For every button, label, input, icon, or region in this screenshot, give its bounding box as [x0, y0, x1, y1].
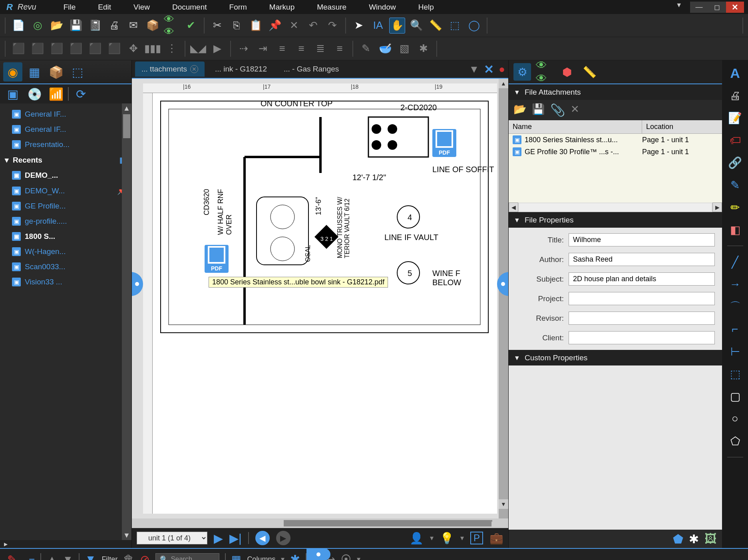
text-select-icon[interactable]: IA: [370, 18, 386, 34]
file-tree[interactable]: ▣General IF... ▣General IF... ▣Presentat…: [0, 103, 131, 540]
delete-icon[interactable]: ✕: [286, 18, 302, 34]
subtab-doc-icon[interactable]: ▣: [3, 84, 22, 103]
folder-open-icon[interactable]: 📂: [513, 103, 526, 117]
left-tab-package[interactable]: 📦: [46, 62, 66, 81]
polyline-tool-icon[interactable]: ⌐: [726, 320, 744, 338]
flag-icon[interactable]: ⬟: [673, 532, 683, 546]
compare-icon[interactable]: 👁👁: [164, 18, 180, 34]
maximize-button[interactable]: ◻: [708, 2, 726, 13]
paperclip-icon[interactable]: 📎: [550, 103, 565, 117]
next-icon[interactable]: ▶|: [229, 531, 242, 545]
ruler-icon[interactable]: 📏: [428, 18, 444, 34]
brush-icon[interactable]: ✎: [358, 41, 374, 57]
minimize-button[interactable]: —: [690, 2, 708, 13]
align-center-v-icon[interactable]: ⬛: [106, 41, 122, 57]
menu-form[interactable]: Form: [218, 3, 258, 12]
chevron-down-icon[interactable]: ▼: [676, 2, 682, 13]
redo-icon[interactable]: ↷: [324, 18, 340, 34]
col-location[interactable]: Location: [642, 120, 722, 133]
line-style-1-icon[interactable]: ⇢: [236, 41, 252, 57]
polygon-tool-icon[interactable]: ⬠: [726, 432, 744, 450]
pdf-attachment-icon[interactable]: PDF: [205, 245, 229, 273]
circle-tool-icon[interactable]: ○: [726, 410, 744, 427]
left-tab-sets[interactable]: ⬚: [68, 62, 87, 81]
attachment-row[interactable]: ▣ GE Profile 30 Profile™ ...s -... Page …: [509, 146, 722, 158]
align-right-icon[interactable]: ⬛: [49, 41, 65, 57]
gear-icon[interactable]: ✱: [689, 532, 699, 546]
user-icon[interactable]: 👤: [410, 532, 424, 545]
menu-window[interactable]: Window: [358, 3, 407, 12]
line-style-2-icon[interactable]: ⇥: [255, 41, 271, 57]
document-viewport[interactable]: |16 |17 |18 |19: [132, 79, 508, 518]
custom-props-header[interactable]: ▾Custom Properties: [509, 350, 722, 365]
splitter-bottom[interactable]: [306, 548, 330, 560]
revisor-field[interactable]: [569, 312, 715, 325]
settings-icon[interactable]: ✱: [290, 552, 300, 560]
lasso-icon[interactable]: ◯: [466, 18, 482, 34]
record-icon[interactable]: ●: [499, 63, 505, 75]
splitter-left[interactable]: [132, 272, 143, 296]
pdf-attachment-icon[interactable]: PDF: [432, 129, 456, 157]
highlighter-icon[interactable]: ✏: [726, 199, 744, 216]
menu-file[interactable]: File: [52, 3, 87, 12]
funnel-icon[interactable]: ▼: [85, 553, 96, 560]
play-icon[interactable]: ▶: [214, 531, 223, 545]
document-tab[interactable]: ... ink - G18212: [209, 62, 273, 77]
file-props-header[interactable]: ▾File Properties: [509, 212, 722, 228]
marquee-icon[interactable]: ⬚: [447, 18, 463, 34]
bulb-icon[interactable]: 💡: [440, 532, 454, 545]
right-tab-3d[interactable]: ⬢: [558, 63, 576, 81]
undo-icon[interactable]: ↶: [305, 18, 321, 34]
list-3-icon[interactable]: ≣: [312, 41, 328, 57]
attachments-header[interactable]: ▾File Attachments: [509, 84, 722, 100]
align-center-h-icon[interactable]: ⬛: [87, 41, 103, 57]
project-field[interactable]: [569, 292, 715, 305]
menu-edit[interactable]: Edit: [87, 3, 122, 12]
next-page-icon[interactable]: ▶: [276, 531, 290, 545]
menu-document[interactable]: Document: [161, 3, 218, 12]
close-tab-icon[interactable]: ✕: [190, 65, 198, 73]
bucket-icon[interactable]: 🥣: [377, 41, 393, 57]
tag-tool-icon[interactable]: 🏷: [726, 131, 744, 149]
left-tab-grid[interactable]: ▦: [25, 62, 44, 81]
expand-arrow-icon[interactable]: ▸: [0, 540, 131, 548]
right-tab-measure[interactable]: 📏: [581, 63, 598, 81]
clear-filter-icon[interactable]: ⊘: [140, 552, 150, 560]
save-attach-icon[interactable]: 💾: [532, 103, 545, 117]
pen-red-icon[interactable]: ✎: [7, 553, 17, 560]
new-file-icon[interactable]: 📄: [10, 18, 26, 34]
email-icon[interactable]: ✉: [125, 18, 141, 34]
menu-markup[interactable]: Markup: [258, 3, 306, 12]
attachment-row[interactable]: ▣ 1800 Series Stainless st...u... Page 1…: [509, 134, 722, 146]
cut-icon[interactable]: ✂: [209, 18, 225, 34]
pan-icon[interactable]: ✋: [389, 18, 405, 34]
rectangle-tool-icon[interactable]: ▢: [726, 387, 744, 405]
list-2-icon[interactable]: ≡: [293, 41, 309, 57]
drawing-canvas[interactable]: 4 5 3 2 1 ON COUNTER TOP 2-CD2020 LINE O…: [153, 93, 497, 514]
subtab-disk-icon[interactable]: 💿: [25, 84, 44, 103]
delete-attach-icon[interactable]: ✕: [571, 103, 579, 117]
search-input[interactable]: 🔍Search: [155, 553, 219, 560]
save-icon[interactable]: 💾: [68, 18, 84, 34]
eraser-icon[interactable]: ◧: [726, 221, 744, 238]
distribute-h-icon[interactable]: ▮▮▮: [145, 41, 161, 57]
subtab-wifi-icon[interactable]: 📶: [46, 84, 66, 103]
paste-icon[interactable]: 📋: [248, 18, 264, 34]
flip-h-icon[interactable]: ◣◢: [190, 41, 206, 57]
right-tab-compare[interactable]: 👁👁: [536, 63, 553, 81]
parking-icon[interactable]: P: [470, 532, 483, 544]
sort-down-icon[interactable]: ▼: [63, 553, 73, 560]
zoom-icon[interactable]: 🔍: [408, 18, 424, 34]
distribute-v-icon[interactable]: ⋮: [164, 41, 180, 57]
left-tab-thumbnails[interactable]: ◉: [3, 62, 22, 81]
filter-label[interactable]: Filter: [101, 555, 117, 560]
status-icon[interactable]: ⦿: [341, 553, 351, 560]
prev-page-icon[interactable]: ◀: [255, 531, 270, 545]
close-button[interactable]: ✕: [726, 2, 744, 13]
stack-icon[interactable]: ▧: [396, 41, 412, 57]
package-icon[interactable]: 📦: [145, 18, 161, 34]
title-field[interactable]: [569, 233, 715, 246]
note-tool-icon[interactable]: 📝: [726, 109, 744, 127]
flip-v-icon[interactable]: ▶: [209, 41, 225, 57]
pattern-icon[interactable]: ✱: [416, 41, 432, 57]
